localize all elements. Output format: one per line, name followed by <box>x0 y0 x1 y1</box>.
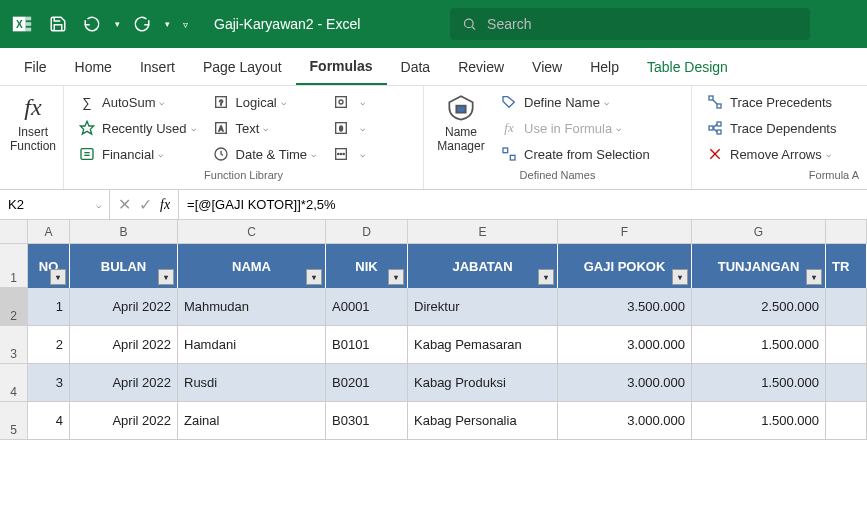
row-header[interactable]: 3 <box>0 326 28 364</box>
customize-qat-button[interactable]: ▿ <box>176 8 194 40</box>
use-in-formula-button[interactable]: fxUse in Formula⌵ <box>494 116 656 140</box>
cell[interactable] <box>826 326 867 364</box>
filter-button[interactable]: ▾ <box>158 269 174 285</box>
filter-button[interactable]: ▾ <box>388 269 404 285</box>
name-manager-button[interactable]: Name Manager <box>432 90 490 157</box>
fx-button[interactable]: fx <box>160 197 170 213</box>
cell[interactable]: 1 <box>28 288 70 326</box>
cell[interactable]: Zainal <box>178 402 326 440</box>
col-header[interactable] <box>826 220 867 244</box>
table-header-tr[interactable]: TR <box>826 244 867 288</box>
cell[interactable]: Mahmudan <box>178 288 326 326</box>
remove-arrows-button[interactable]: Remove Arrows⌵ <box>700 142 842 166</box>
recently-used-button[interactable]: Recently Used⌵ <box>72 116 202 140</box>
row-header[interactable]: 2 <box>0 288 28 326</box>
cell[interactable]: 4 <box>28 402 70 440</box>
search-box[interactable] <box>450 8 810 40</box>
filter-button[interactable]: ▾ <box>672 269 688 285</box>
cell[interactable]: 3.500.000 <box>558 288 692 326</box>
col-header[interactable]: A <box>28 220 70 244</box>
redo-dropdown[interactable]: ▾ <box>160 8 174 40</box>
cell[interactable]: Direktur <box>408 288 558 326</box>
cell[interactable]: April 2022 <box>70 326 178 364</box>
cell[interactable]: B0201 <box>326 364 408 402</box>
define-name-button[interactable]: Define Name⌵ <box>494 90 656 114</box>
cell[interactable]: B0301 <box>326 402 408 440</box>
cancel-formula-button[interactable]: ✕ <box>118 195 131 214</box>
col-header[interactable]: D <box>326 220 408 244</box>
formula-input[interactable]: =[@[GAJI KOTOR]]*2,5% <box>179 197 867 212</box>
enter-formula-button[interactable]: ✓ <box>139 195 152 214</box>
col-header[interactable]: G <box>692 220 826 244</box>
cell[interactable] <box>826 402 867 440</box>
cell[interactable]: 3.000.000 <box>558 326 692 364</box>
cell[interactable]: 1.500.000 <box>692 364 826 402</box>
cell[interactable]: Kabag Produksi <box>408 364 558 402</box>
name-box[interactable]: K2 ⌵ <box>0 190 110 219</box>
undo-dropdown[interactable]: ▾ <box>110 8 124 40</box>
search-input[interactable] <box>487 16 798 32</box>
cell[interactable]: A0001 <box>326 288 408 326</box>
cell[interactable]: April 2022 <box>70 364 178 402</box>
filter-button[interactable]: ▾ <box>538 269 554 285</box>
undo-button[interactable] <box>76 8 108 40</box>
col-header[interactable]: E <box>408 220 558 244</box>
cell[interactable]: April 2022 <box>70 288 178 326</box>
cell[interactable]: April 2022 <box>70 402 178 440</box>
table-header-nik[interactable]: NIK▾ <box>326 244 408 288</box>
tab-view[interactable]: View <box>518 48 576 85</box>
math-button[interactable]: θ⌵ <box>326 116 371 140</box>
select-all-corner[interactable] <box>0 220 28 244</box>
tab-data[interactable]: Data <box>387 48 445 85</box>
col-header[interactable]: F <box>558 220 692 244</box>
tab-formulas[interactable]: Formulas <box>296 48 387 85</box>
table-header-jabatan[interactable]: JABATAN▾ <box>408 244 558 288</box>
col-header[interactable]: C <box>178 220 326 244</box>
cell[interactable]: 2 <box>28 326 70 364</box>
datetime-button[interactable]: Date & Time⌵ <box>206 142 323 166</box>
trace-dependents-button[interactable]: Trace Dependents <box>700 116 842 140</box>
autosum-button[interactable]: ∑AutoSum⌵ <box>72 90 202 114</box>
table-header-no[interactable]: NO▾ <box>28 244 70 288</box>
text-button[interactable]: AText⌵ <box>206 116 323 140</box>
cell[interactable] <box>826 288 867 326</box>
insert-function-button[interactable]: fx Insert Function <box>8 90 58 157</box>
tab-page-layout[interactable]: Page Layout <box>189 48 296 85</box>
table-header-bulan[interactable]: BULAN▾ <box>70 244 178 288</box>
redo-button[interactable] <box>126 8 158 40</box>
tab-file[interactable]: File <box>10 48 61 85</box>
cell[interactable]: 3 <box>28 364 70 402</box>
cell[interactable] <box>826 364 867 402</box>
save-button[interactable] <box>42 8 74 40</box>
filter-button[interactable]: ▾ <box>50 269 66 285</box>
filter-button[interactable]: ▾ <box>806 269 822 285</box>
more-functions-button[interactable]: ⌵ <box>326 142 371 166</box>
row-header[interactable]: 4 <box>0 364 28 402</box>
filter-button[interactable]: ▾ <box>306 269 322 285</box>
cell[interactable]: Kabag Personalia <box>408 402 558 440</box>
cell[interactable]: Kabag Pemasaran <box>408 326 558 364</box>
financial-button[interactable]: Financial⌵ <box>72 142 202 166</box>
col-header[interactable]: B <box>70 220 178 244</box>
cell[interactable]: 1.500.000 <box>692 326 826 364</box>
logical-button[interactable]: ?Logical⌵ <box>206 90 323 114</box>
create-from-selection-button[interactable]: Create from Selection <box>494 142 656 166</box>
cell[interactable]: 3.000.000 <box>558 402 692 440</box>
trace-precedents-button[interactable]: Trace Precedents <box>700 90 842 114</box>
table-header-nama[interactable]: NAMA▾ <box>178 244 326 288</box>
tab-review[interactable]: Review <box>444 48 518 85</box>
cell[interactable]: Hamdani <box>178 326 326 364</box>
tab-help[interactable]: Help <box>576 48 633 85</box>
row-header[interactable]: 5 <box>0 402 28 440</box>
tab-home[interactable]: Home <box>61 48 126 85</box>
cell[interactable]: Rusdi <box>178 364 326 402</box>
cell[interactable]: 3.000.000 <box>558 364 692 402</box>
table-header-tunjangan[interactable]: TUNJANGAN▾ <box>692 244 826 288</box>
tab-insert[interactable]: Insert <box>126 48 189 85</box>
cell[interactable]: B0101 <box>326 326 408 364</box>
table-header-gaji[interactable]: GAJI POKOK▾ <box>558 244 692 288</box>
lookup-button[interactable]: ⌵ <box>326 90 371 114</box>
cell[interactable]: 1.500.000 <box>692 402 826 440</box>
row-header[interactable]: 1 <box>0 244 28 288</box>
cell[interactable]: 2.500.000 <box>692 288 826 326</box>
